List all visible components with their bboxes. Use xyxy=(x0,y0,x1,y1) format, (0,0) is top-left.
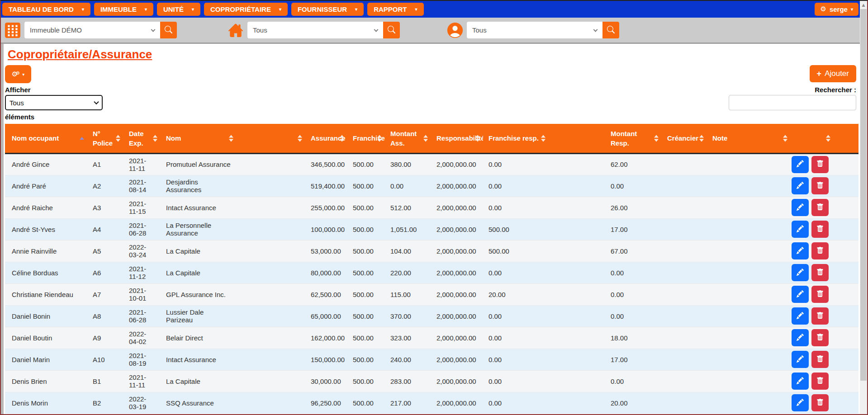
cell-creancier xyxy=(662,175,707,197)
nav-immeuble[interactable]: IMMEUBLE ▾ xyxy=(94,3,153,16)
edit-button[interactable] xyxy=(792,177,809,194)
page-title[interactable]: Copropriétaire/Assurance xyxy=(8,47,152,61)
owner-search-button[interactable] xyxy=(602,22,619,38)
cell-nom-occupant: Annie Rainville xyxy=(5,240,87,262)
col-assurance[interactable]: Assurance xyxy=(305,124,347,153)
col-montant-ass[interactable]: Montant Ass. xyxy=(385,124,431,153)
nav-tableau-de-bord[interactable]: TABLEAU DE BORD ▾ xyxy=(2,3,90,16)
cell-blank xyxy=(237,327,305,349)
page-length-select[interactable]: Tous xyxy=(5,95,103,110)
edit-button[interactable] xyxy=(792,264,809,281)
scroll-up-icon[interactable]: ▲ xyxy=(860,2,867,8)
col-franchise-resp[interactable]: Franchise resp. xyxy=(483,124,605,153)
unit-select[interactable]: Tous xyxy=(247,22,383,38)
edit-button[interactable] xyxy=(792,351,809,368)
cell-responsabilite: 2,000,000.00 xyxy=(431,283,483,305)
nav-fournisseur[interactable]: FOURNISSEUR ▾ xyxy=(291,3,364,16)
owner-select[interactable]: Tous xyxy=(467,22,602,38)
add-button[interactable]: + Ajouter xyxy=(810,65,856,82)
col-no-police[interactable]: N° Police xyxy=(87,124,123,153)
search-input[interactable] xyxy=(729,95,856,110)
trash-icon xyxy=(816,203,824,212)
col-blank-1[interactable] xyxy=(237,124,305,153)
col-actions[interactable] xyxy=(791,124,859,153)
nav-rapport[interactable]: RAPPORT ▾ xyxy=(367,3,423,16)
edit-button[interactable] xyxy=(792,329,809,346)
cell-assurance: 30,000.00 xyxy=(305,370,347,392)
table-header-row: Nom occupant N° Police Date Exp. Nom Ass… xyxy=(5,124,859,153)
nav-unite[interactable]: UNITÉ ▾ xyxy=(157,3,200,16)
col-montant-resp[interactable]: Montant Resp. xyxy=(605,124,662,153)
cell-actions xyxy=(791,262,859,283)
delete-button[interactable] xyxy=(811,286,829,303)
delete-button[interactable] xyxy=(811,221,829,238)
cell-montant-resp: 0.00 xyxy=(605,283,662,305)
pencil-icon xyxy=(797,377,804,386)
delete-button[interactable] xyxy=(811,373,829,390)
cell-actions xyxy=(791,283,859,305)
delete-button[interactable] xyxy=(811,394,829,411)
cell-montant-ass: 240.00 xyxy=(385,349,431,370)
edit-button[interactable] xyxy=(792,199,809,216)
cell-date-exp: 2021-11-12 xyxy=(123,262,161,283)
cell-actions xyxy=(791,349,859,370)
edit-button[interactable] xyxy=(792,156,809,173)
scrollbar-thumb[interactable] xyxy=(860,9,867,381)
elements-label: éléments xyxy=(5,113,856,121)
cell-no-police: A4 xyxy=(87,218,123,240)
trash-icon xyxy=(816,399,824,407)
edit-button[interactable] xyxy=(792,221,809,238)
cell-actions xyxy=(791,197,859,218)
cell-montant-ass: 0.00 xyxy=(385,175,431,197)
delete-button[interactable] xyxy=(811,307,829,325)
edit-button[interactable] xyxy=(792,394,809,411)
delete-button[interactable] xyxy=(811,199,829,216)
cell-actions xyxy=(791,327,859,349)
edit-button[interactable] xyxy=(792,307,809,325)
user-menu-button[interactable]: ⚙ serge ▾ xyxy=(815,3,859,16)
cell-blank xyxy=(237,349,305,370)
col-date-exp[interactable]: Date Exp. xyxy=(123,124,161,153)
cell-franchise: 500.00 xyxy=(347,218,385,240)
delete-button[interactable] xyxy=(811,329,829,346)
cell-creancier xyxy=(662,349,707,370)
building-search-button[interactable] xyxy=(160,22,177,38)
cell-nom: Desjardins Assurances xyxy=(161,175,237,197)
building-select[interactable]: Immeuble DÉMO xyxy=(24,22,160,38)
edit-button[interactable] xyxy=(792,286,809,303)
sort-icon xyxy=(229,135,233,141)
cell-montant-resp: 0.00 xyxy=(605,370,662,392)
col-franchise[interactable]: Franchise xyxy=(347,124,385,153)
edit-button[interactable] xyxy=(792,373,809,390)
cell-nom-occupant: André Gince xyxy=(5,153,87,175)
pencil-icon xyxy=(797,290,804,299)
nav-coproprietaire[interactable]: COPROPRIÉTAIRE ▾ xyxy=(204,3,288,16)
cell-creancier xyxy=(662,327,707,349)
col-responsabilite[interactable]: Responsabilité xyxy=(431,124,483,153)
cell-note xyxy=(707,283,791,305)
cell-franchise-resp: 500.00 xyxy=(483,218,605,240)
col-nom[interactable]: Nom xyxy=(161,124,237,153)
cell-no-police: A10 xyxy=(87,349,123,370)
unit-search-button[interactable] xyxy=(383,22,400,38)
trash-icon xyxy=(816,225,824,234)
delete-button[interactable] xyxy=(811,156,829,173)
col-note[interactable]: Note xyxy=(707,124,791,153)
delete-button[interactable] xyxy=(811,351,829,368)
cell-montant-resp: 0.00 xyxy=(605,175,662,197)
vertical-scrollbar[interactable]: ▲ xyxy=(860,1,867,414)
cell-nom-occupant: Denis Brien xyxy=(5,370,87,392)
trash-icon xyxy=(816,160,824,169)
cell-franchise-resp: 500.00 xyxy=(483,240,605,262)
cell-franchise-resp: 0.00 xyxy=(483,197,605,218)
settings-dropdown-button[interactable]: ⚙⚙ ▾ xyxy=(5,65,31,83)
col-creancier[interactable]: Créancier xyxy=(662,124,707,153)
pencil-icon xyxy=(797,247,804,255)
chevron-down-icon: ▾ xyxy=(82,7,84,12)
delete-button[interactable] xyxy=(811,242,829,259)
edit-button[interactable] xyxy=(792,242,809,259)
col-nom-occupant[interactable]: Nom occupant xyxy=(5,124,87,153)
delete-button[interactable] xyxy=(811,264,829,281)
delete-button[interactable] xyxy=(811,177,829,194)
sort-icon xyxy=(699,135,704,141)
